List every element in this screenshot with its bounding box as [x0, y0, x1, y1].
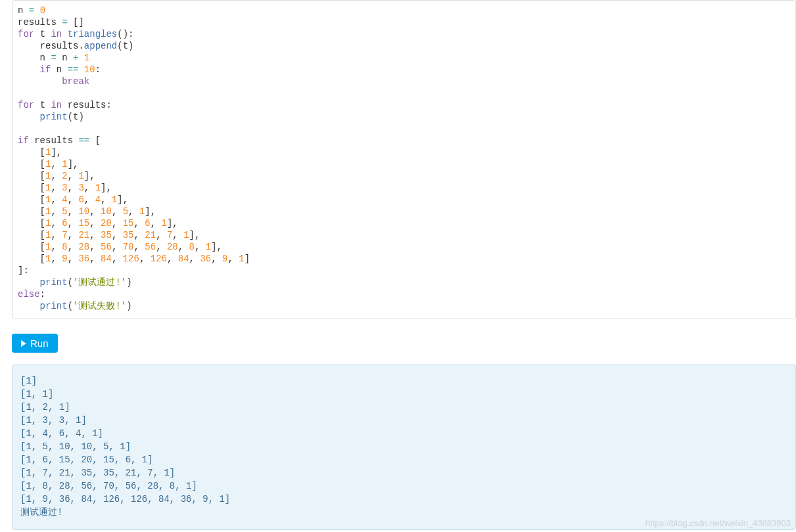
run-button-label: Run [30, 338, 49, 349]
run-row: Run [12, 334, 796, 353]
code-content: n = 0 results = [] for t in triangles():… [12, 5, 789, 312]
output-content: [1] [1, 1] [1, 2, 1] [1, 3, 3, 1] [1, 4,… [20, 374, 787, 519]
play-icon [21, 340, 26, 347]
run-button[interactable]: Run [12, 334, 58, 353]
code-block: n = 0 results = [] for t in triangles():… [12, 0, 796, 319]
output-block: [1] [1, 1] [1, 2, 1] [1, 3, 3, 1] [1, 4,… [12, 365, 796, 530]
